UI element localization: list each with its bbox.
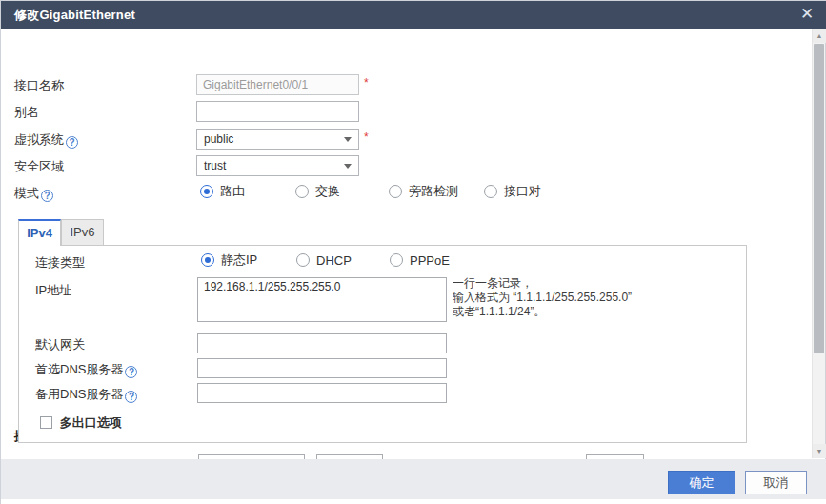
dialog-footer: 确定 取消 bbox=[1, 459, 826, 499]
radio-icon bbox=[484, 185, 497, 198]
radio-label: 路由 bbox=[220, 183, 245, 200]
scroll-up-icon[interactable]: ▲ bbox=[813, 29, 826, 43]
dialog-title: 修改GigabitEthernet bbox=[1, 7, 135, 24]
tab-ipv6[interactable]: IPv6 bbox=[61, 219, 104, 246]
radio-label: PPPoE bbox=[410, 253, 450, 268]
security-zone-value: trust bbox=[204, 159, 226, 172]
mode-radio-route[interactable]: 路由 bbox=[200, 184, 245, 199]
tab-ipv4[interactable]: IPv4 bbox=[18, 219, 61, 246]
security-zone-label: 安全区域 bbox=[14, 158, 64, 175]
ip-address-label: IP地址 bbox=[35, 282, 71, 299]
primary-dns-label: 首选DNS服务器? bbox=[35, 361, 137, 378]
dialog-header: 修改GigabitEthernet ✕ bbox=[1, 1, 826, 29]
connection-radio-static-ip[interactable]: 静态IP bbox=[201, 252, 257, 268]
ip-address-textarea[interactable]: 192.168.1.1/255.255.255.0 bbox=[197, 277, 447, 322]
connection-radio-dhcp[interactable]: DHCP bbox=[296, 252, 352, 268]
secondary-dns-input[interactable] bbox=[197, 383, 447, 403]
radio-icon bbox=[200, 185, 213, 198]
help-icon[interactable]: ? bbox=[125, 366, 137, 378]
radio-icon bbox=[296, 253, 310, 267]
virtual-system-value: public bbox=[204, 132, 233, 146]
mode-label: 模式? bbox=[14, 185, 53, 202]
multi-exit-option[interactable]: 多出口选项 bbox=[40, 414, 122, 432]
footer-bottom-strip bbox=[1, 499, 826, 504]
radio-label: 交换 bbox=[315, 183, 340, 200]
help-icon[interactable]: ? bbox=[125, 391, 137, 403]
vertical-scrollbar[interactable]: ▲ ▼ bbox=[812, 29, 825, 458]
chevron-down-icon bbox=[344, 137, 352, 142]
security-zone-select[interactable]: trust bbox=[196, 155, 359, 176]
ok-button[interactable]: 确定 bbox=[668, 471, 735, 494]
radio-label: DHCP bbox=[316, 253, 352, 268]
radio-icon bbox=[389, 185, 402, 198]
secondary-dns-label: 备用DNS服务器? bbox=[35, 386, 137, 403]
virtual-system-label: 虚拟系统? bbox=[14, 131, 78, 149]
connection-radio-pppoe[interactable]: PPPoE bbox=[390, 252, 450, 268]
alias-label: 别名 bbox=[14, 104, 39, 121]
chevron-down-icon bbox=[344, 164, 352, 169]
alias-input[interactable] bbox=[196, 101, 359, 122]
default-gateway-input[interactable] bbox=[197, 333, 447, 353]
mode-radio-switch[interactable]: 交换 bbox=[295, 184, 340, 199]
multi-exit-label: 多出口选项 bbox=[60, 415, 122, 430]
dialog-body: 接口名称 * 别名 虚拟系统? public * 安全区域 trust 模式? … bbox=[1, 29, 814, 458]
help-icon[interactable]: ? bbox=[66, 136, 78, 149]
mode-radio-interface-pair[interactable]: 接口对 bbox=[484, 184, 541, 199]
required-asterisk: * bbox=[364, 131, 369, 144]
default-gateway-label: 默认网关 bbox=[35, 336, 85, 353]
radio-label: 静态IP bbox=[221, 252, 257, 269]
mode-radio-bypass[interactable]: 旁路检测 bbox=[389, 184, 458, 199]
scroll-down-icon[interactable]: ▼ bbox=[813, 444, 826, 458]
close-icon[interactable]: ✕ bbox=[797, 5, 816, 24]
required-asterisk: * bbox=[364, 76, 369, 90]
interface-name-label: 接口名称 bbox=[14, 77, 64, 94]
virtual-system-select[interactable]: public bbox=[196, 129, 359, 150]
radio-icon bbox=[295, 185, 309, 198]
radio-icon bbox=[390, 253, 403, 267]
interface-name-input bbox=[196, 74, 359, 95]
radio-label: 旁路检测 bbox=[409, 183, 458, 200]
scrollbar-thumb[interactable] bbox=[814, 44, 824, 353]
connection-type-label: 连接类型 bbox=[35, 254, 85, 272]
ipv4-panel: 连接类型 静态IP DHCP PPPoE IP地址 192.168.1.1/25… bbox=[18, 245, 747, 443]
cancel-button[interactable]: 取消 bbox=[745, 471, 807, 494]
radio-icon bbox=[201, 253, 214, 267]
help-icon[interactable]: ? bbox=[41, 190, 53, 202]
checkbox-icon[interactable] bbox=[40, 416, 52, 429]
modify-interface-dialog: 修改GigabitEthernet ✕ 接口名称 * 别名 虚拟系统? publ… bbox=[0, 0, 826, 504]
primary-dns-input[interactable] bbox=[197, 358, 447, 378]
ip-format-hint: 一行一条记录， 输入格式为 “1.1.1.1/255.255.255.0” 或者… bbox=[453, 276, 632, 319]
radio-label: 接口对 bbox=[504, 183, 541, 200]
